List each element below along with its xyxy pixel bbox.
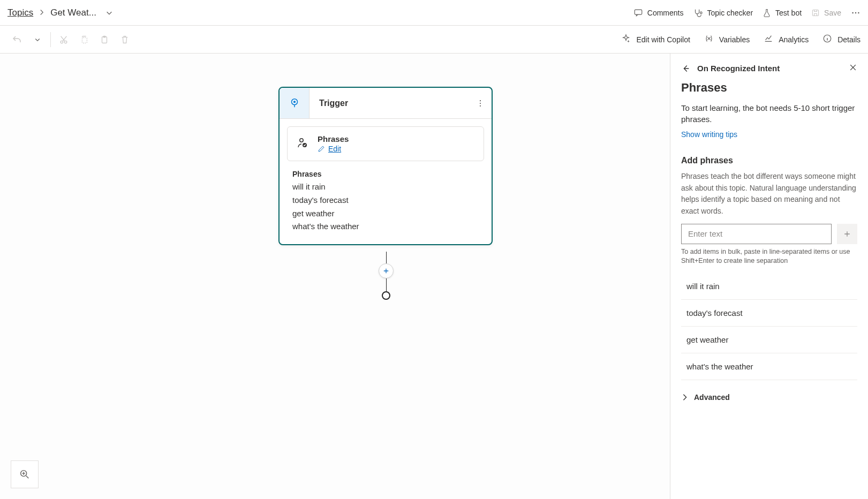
svg-point-17: [300, 139, 303, 142]
phrase-item[interactable]: what's the weather: [681, 353, 857, 380]
svg-point-7: [64, 41, 67, 43]
node-phrase: today's forecast: [292, 194, 479, 207]
editor-toolbar: Edit with Copilot Variables Analytics De…: [0, 26, 868, 54]
svg-rect-8: [82, 37, 87, 43]
panel-back-button[interactable]: [681, 64, 691, 73]
svg-point-4: [855, 12, 857, 13]
breadcrumb-dropdown[interactable]: [102, 5, 117, 20]
svg-point-3: [852, 12, 854, 13]
phrase-item[interactable]: will it rain: [681, 273, 857, 300]
node-connector: [386, 252, 387, 311]
breadcrumb: Topics Get Weat...: [7, 5, 117, 20]
flask-icon: [763, 8, 771, 18]
svg-point-16: [480, 105, 481, 106]
show-tips-link[interactable]: Show writing tips: [681, 130, 737, 139]
svg-point-5: [858, 12, 859, 13]
panel-heading: Phrases: [681, 81, 857, 95]
end-node-icon: [382, 291, 390, 300]
svg-point-13: [293, 101, 295, 103]
variables-button[interactable]: Variables: [704, 34, 750, 45]
paste-button: [95, 30, 114, 49]
copy-button: [74, 30, 94, 49]
breadcrumb-root[interactable]: Topics: [7, 7, 33, 18]
authoring-canvas[interactable]: Trigger Phrases Edit Phrases: [0, 54, 670, 499]
details-label: Details: [837, 35, 861, 44]
more-menu[interactable]: [851, 8, 861, 18]
node-section-title: Phrases: [318, 134, 349, 143]
more-horizontal-icon: [851, 8, 861, 18]
test-bot-label: Test bot: [775, 9, 802, 17]
delete-button: [115, 30, 134, 49]
zoom-fit-button[interactable]: [11, 460, 39, 488]
test-bot-button[interactable]: Test bot: [763, 8, 802, 18]
add-phrase-hint: To add items in bulk, paste in line-sepa…: [681, 247, 857, 266]
edit-phrases-link[interactable]: Edit: [318, 145, 349, 153]
analytics-button[interactable]: Analytics: [764, 34, 809, 45]
svg-point-6: [61, 41, 63, 43]
save-icon: [811, 9, 820, 17]
chevron-right-icon: [39, 7, 45, 18]
phrases-list-title: Phrases: [292, 170, 479, 178]
node-more-menu[interactable]: [469, 99, 492, 108]
node-phrase: what's the weather: [292, 220, 479, 233]
trigger-icon: [280, 88, 310, 118]
svg-point-1: [700, 12, 703, 14]
topic-checker-label: Topic checker: [707, 9, 753, 17]
topic-checker-button[interactable]: Topic checker: [693, 8, 753, 18]
undo-history-dropdown[interactable]: [28, 30, 47, 49]
comments-label: Comments: [647, 9, 684, 17]
node-title: Trigger: [310, 99, 469, 108]
top-actions: Comments Topic checker Test bot Save: [633, 8, 861, 18]
add-phrase-input[interactable]: [681, 224, 832, 244]
add-phrases-heading: Add phrases: [681, 156, 857, 165]
advanced-section-toggle[interactable]: Advanced: [681, 393, 857, 402]
analytics-label: Analytics: [779, 35, 809, 44]
add-phrases-description: Phrases teach the bot different ways som…: [681, 171, 857, 217]
advanced-label: Advanced: [694, 393, 730, 402]
svg-point-14: [480, 100, 481, 101]
phrase-list: will it rain today's forecast get weathe…: [681, 273, 857, 380]
comment-icon: [633, 8, 643, 18]
trigger-node[interactable]: Trigger Phrases Edit Phrases: [278, 87, 493, 245]
svg-rect-2: [812, 10, 818, 16]
node-phrase: get weather: [292, 207, 479, 221]
node-phrase: will it rain: [292, 180, 479, 194]
add-phrase-button[interactable]: [837, 224, 857, 244]
svg-point-15: [480, 102, 481, 103]
chart-icon: [764, 34, 773, 45]
variables-icon: [704, 34, 714, 45]
top-command-bar: Topics Get Weat... Comments Topic checke…: [0, 0, 868, 26]
panel-title: On Recognized Intent: [697, 64, 780, 73]
stethoscope-icon: [693, 8, 703, 18]
save-label: Save: [824, 9, 841, 17]
phrase-item[interactable]: get weather: [681, 327, 857, 353]
details-button[interactable]: Details: [822, 34, 861, 45]
edit-label: Edit: [328, 145, 341, 153]
sparkle-icon: [621, 34, 631, 45]
undo-button: [7, 30, 27, 49]
panel-close-button[interactable]: [849, 63, 857, 73]
svg-rect-0: [635, 10, 642, 14]
phrases-icon: [296, 137, 309, 151]
breadcrumb-current: Get Weat...: [50, 7, 96, 18]
panel-lead: To start learning, the bot needs 5-10 sh…: [681, 102, 857, 125]
variables-label: Variables: [719, 35, 750, 44]
save-button: Save: [811, 9, 841, 17]
comments-button[interactable]: Comments: [633, 8, 684, 18]
cut-button: [54, 30, 73, 49]
toolbar-separator: [50, 32, 51, 47]
edit-with-copilot-button[interactable]: Edit with Copilot: [621, 34, 690, 45]
chevron-right-icon: [681, 394, 689, 401]
phrases-panel: On Recognized Intent Phrases To start le…: [670, 54, 868, 499]
info-icon: [822, 34, 832, 45]
add-node-button[interactable]: [379, 263, 394, 278]
phrase-item[interactable]: today's forecast: [681, 300, 857, 327]
edit-copilot-label: Edit with Copilot: [636, 35, 690, 44]
